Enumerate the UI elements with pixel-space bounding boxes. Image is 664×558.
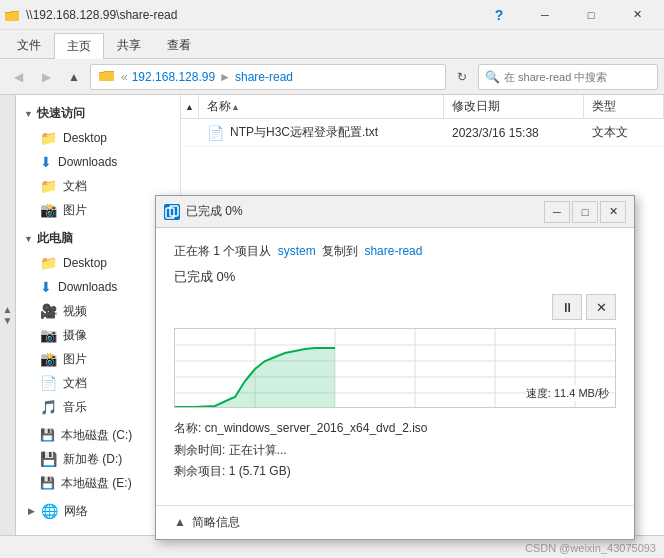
docs-icon-quick: 📁 <box>40 178 57 194</box>
help-button[interactable]: ? <box>476 0 522 30</box>
tab-home[interactable]: 主页 <box>54 33 104 59</box>
dialog-body: 正在将 1 个项目从 system 复制到 share-read 已完成 0% … <box>156 228 634 505</box>
forward-button[interactable]: ▶ <box>34 65 58 89</box>
dialog-controls-row: ⏸ ✕ <box>174 294 616 320</box>
title-bar: \\192.168.128.99\share-read ? ─ □ ✕ <box>0 0 664 30</box>
title-bar-icons <box>4 7 20 23</box>
sidebar-label-camera: 摄像 <box>63 327 87 344</box>
downloads-icon-pc: ⬇ <box>40 279 52 295</box>
sidebar-label-pics-quick: 图片 <box>63 202 87 219</box>
search-icon: 🔍 <box>485 70 500 84</box>
quick-access-label: 快速访问 <box>37 105 85 122</box>
dialog-percent: 已完成 0% <box>174 268 616 286</box>
dialog-to-highlight: share-read <box>364 244 422 258</box>
dialog-win-controls: ─ □ ✕ <box>544 201 626 223</box>
dialog-info-time: 剩余时间: 正在计算... <box>174 440 616 462</box>
sidebar-label-video: 视频 <box>63 303 87 320</box>
address-bar: ◀ ▶ ▲ « 192.168.128.99 ► share-read ↻ 🔍 <box>0 59 664 95</box>
sidebar-item-downloads-quick[interactable]: ⬇ Downloads <box>16 150 180 174</box>
sidebar-label-docs-pc: 文档 <box>63 375 87 392</box>
camera-icon: 📷 <box>40 327 57 343</box>
address-folder-icon <box>99 68 115 85</box>
dialog-title-text: 已完成 0% <box>186 203 538 220</box>
pause-button[interactable]: ⏸ <box>552 294 582 320</box>
cancel-icon: ✕ <box>596 300 607 315</box>
dialog-title-bar: 已完成 0% ─ □ ✕ <box>156 196 634 228</box>
dialog-info-name: 名称: cn_windows_server_2016_x64_dvd_2.iso <box>174 418 616 440</box>
this-pc-label: 此电脑 <box>37 230 73 247</box>
refresh-button[interactable]: ↻ <box>450 65 474 89</box>
quick-access-chevron: ▼ <box>24 109 33 119</box>
file-name-0: 📄 NTP与H3C远程登录配置.txt <box>199 124 444 141</box>
tab-share[interactable]: 共享 <box>104 32 154 58</box>
dialog-desc: 正在将 1 个项目从 system 复制到 share-read <box>174 242 616 260</box>
file-type-0: 文本文 <box>584 124 664 141</box>
video-icon: 🎥 <box>40 303 57 319</box>
col-expand: ▲ <box>181 95 199 118</box>
cancel-copy-button[interactable]: ✕ <box>586 294 616 320</box>
sidebar-label-drive-c: 本地磁盘 (C:) <box>61 427 132 444</box>
dialog-icon <box>164 204 180 220</box>
dialog-close-button[interactable]: ✕ <box>600 201 626 223</box>
txt-file-icon: 📄 <box>207 125 224 141</box>
file-item-0[interactable]: 📄 NTP与H3C远程登录配置.txt 2023/3/16 15:38 文本文 <box>181 119 664 147</box>
music-icon: 🎵 <box>40 399 57 415</box>
dialog-minimize-button[interactable]: ─ <box>544 201 570 223</box>
tab-view[interactable]: 查看 <box>154 32 204 58</box>
window-controls: ? ─ □ ✕ <box>476 0 660 30</box>
address-breadcrumb: « 192.168.128.99 ► share-read <box>121 70 293 84</box>
file-list-header: ▲ 名称 修改日期 类型 <box>181 95 664 119</box>
footer-chevron-icon: ▲ <box>174 515 186 529</box>
file-date-0: 2023/3/16 15:38 <box>444 126 584 140</box>
col-header-name[interactable]: 名称 <box>199 95 444 118</box>
sidebar-label-drive-e: 本地磁盘 (E:) <box>61 475 132 492</box>
dialog-maximize-button[interactable]: □ <box>572 201 598 223</box>
footer-text: 简略信息 <box>192 514 240 531</box>
progress-chart: 速度: 11.4 MB/秒 <box>174 328 616 408</box>
desktop-icon-pc: 📁 <box>40 255 57 271</box>
desktop-icon: 📁 <box>40 130 57 146</box>
dialog-info: 名称: cn_windows_server_2016_x64_dvd_2.iso… <box>174 418 616 483</box>
svg-rect-0 <box>5 12 19 21</box>
file-name-label-0: NTP与H3C远程登录配置.txt <box>230 124 378 141</box>
address-part1[interactable]: 192.168.128.99 <box>132 70 215 84</box>
minimize-button[interactable]: ─ <box>522 0 568 30</box>
search-box[interactable]: 🔍 <box>478 64 658 90</box>
sidebar-label-downloads-quick: Downloads <box>58 155 117 169</box>
network-icon: 🌐 <box>41 503 58 519</box>
sidebar-label-docs-quick: 文档 <box>63 178 87 195</box>
network-chevron: ▶ <box>28 506 35 516</box>
dialog-footer[interactable]: ▲ 简略信息 <box>156 505 634 539</box>
hdd-icon-d: 💾 <box>40 451 57 467</box>
tab-file[interactable]: 文件 <box>4 32 54 58</box>
docs-icon-pc: 📄 <box>40 375 57 391</box>
address-part2[interactable]: share-read <box>235 70 293 84</box>
chevron-down-icon: ▼ <box>3 315 13 326</box>
back-button[interactable]: ◀ <box>6 65 30 89</box>
sidebar-item-desktop-quick[interactable]: 📁 Desktop <box>16 126 180 150</box>
address-sep1: « <box>121 70 128 84</box>
downloads-icon-quick: ⬇ <box>40 154 52 170</box>
close-button[interactable]: ✕ <box>614 0 660 30</box>
col-header-date[interactable]: 修改日期 <box>444 95 584 118</box>
sidebar-label-desktop-pc: Desktop <box>63 256 107 270</box>
col-header-type[interactable]: 类型 <box>584 95 664 118</box>
ribbon: 文件 主页 共享 查看 <box>0 30 664 59</box>
sidebar-label-desktop-quick: Desktop <box>63 131 107 145</box>
maximize-button[interactable]: □ <box>568 0 614 30</box>
ribbon-tabs: 文件 主页 共享 查看 <box>0 30 664 58</box>
svg-rect-1 <box>99 72 114 81</box>
quick-access-header[interactable]: ▼ 快速访问 <box>16 101 180 126</box>
sidebar-label-network: 网络 <box>64 503 88 520</box>
hdd-icon-e: 💾 <box>40 476 55 490</box>
address-field[interactable]: « 192.168.128.99 ► share-read <box>90 64 446 90</box>
svg-rect-3 <box>170 206 178 216</box>
search-input[interactable] <box>504 71 651 83</box>
title-path: \\192.168.128.99\share-read <box>20 8 476 22</box>
dialog-from-highlight: system <box>278 244 316 258</box>
up-button[interactable]: ▲ <box>62 65 86 89</box>
pics-icon-pc: 📸 <box>40 351 57 367</box>
sidebar-label-drive-d: 新加卷 (D:) <box>63 451 122 468</box>
chart-speed-label: 速度: 11.4 MB/秒 <box>526 386 609 401</box>
sidebar-expand-button[interactable]: ▲ ▼ <box>0 95 16 535</box>
